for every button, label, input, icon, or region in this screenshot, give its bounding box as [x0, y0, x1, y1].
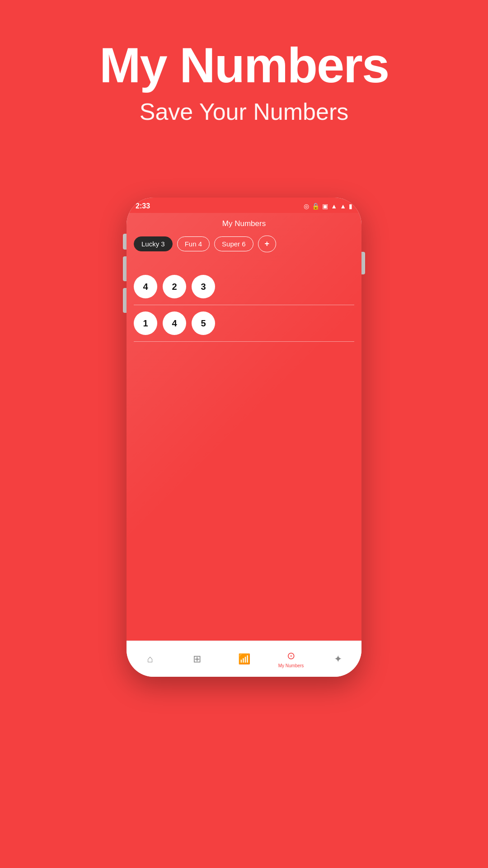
- tab-add-button[interactable]: +: [258, 236, 277, 252]
- number-ball: 3: [192, 275, 215, 298]
- nav-item-my-numbers[interactable]: ⊙ My Numbers: [267, 650, 314, 668]
- volume-button-down: [123, 288, 127, 313]
- volume-button-up: [123, 256, 127, 281]
- page-title: My Numbers: [99, 36, 389, 94]
- number-ball: 5: [192, 311, 215, 335]
- bottom-nav: ⌂ ⊞ 📶 ⊙ My Numbers ✦: [127, 641, 361, 677]
- phone-mockup: 2:33 ◎ 🔒 ▣ ▲ ▲ ▮ My Numbers Lucky 3 Fun …: [127, 161, 361, 677]
- nav-item-stats[interactable]: 📶: [221, 653, 267, 665]
- status-icons: ◎ 🔒 ▣ ▲ ▲ ▮: [304, 203, 352, 210]
- status-bar: 2:33 ◎ 🔒 ▣ ▲ ▲ ▮: [127, 198, 361, 213]
- phone-frame: 2:33 ◎ 🔒 ▣ ▲ ▲ ▮ My Numbers Lucky 3 Fun …: [127, 198, 361, 677]
- numbers-section: 4 2 3 1 4 5: [127, 255, 361, 342]
- location-icon: ◎: [304, 203, 309, 210]
- app-title-text: My Numbers: [222, 219, 266, 228]
- power-button: [361, 252, 365, 274]
- my-numbers-icon: ⊙: [287, 650, 295, 662]
- tabs-row: Lucky 3 Fun 4 Super 6 +: [127, 233, 361, 255]
- home-icon: ⌂: [147, 653, 153, 665]
- status-time: 2:33: [136, 202, 150, 210]
- battery-icon: ▮: [349, 203, 352, 210]
- lock-icon: 🔒: [312, 203, 319, 210]
- chart-icon: 📶: [238, 653, 250, 665]
- nav-item-home[interactable]: ⌂: [127, 653, 174, 665]
- nav-item-grid[interactable]: ⊞: [174, 653, 221, 665]
- tab-fun4[interactable]: Fun 4: [177, 236, 210, 251]
- cast-icon: ▣: [322, 203, 328, 210]
- tab-super6[interactable]: Super 6: [214, 236, 253, 251]
- app-title-bar: My Numbers: [127, 213, 361, 233]
- tab-lucky3[interactable]: Lucky 3: [134, 236, 173, 251]
- page-subtitle: Save Your Numbers: [140, 98, 349, 125]
- grid-icon: ⊞: [193, 653, 201, 665]
- number-ball: 1: [134, 311, 157, 335]
- volume-button-silent: [123, 234, 127, 250]
- number-ball: 4: [163, 311, 186, 335]
- number-row-2: 1 4 5: [134, 305, 354, 342]
- number-row-1: 4 2 3: [134, 269, 354, 305]
- phone-screen: My Numbers Lucky 3 Fun 4 Super 6 + 4 2 3…: [127, 213, 361, 641]
- number-ball: 4: [134, 275, 157, 298]
- my-numbers-label: My Numbers: [278, 663, 304, 668]
- nav-item-tools[interactable]: ✦: [314, 653, 361, 665]
- signal-icon: ▲: [340, 203, 346, 210]
- tools-icon: ✦: [334, 653, 342, 665]
- wifi-icon: ▲: [331, 203, 337, 210]
- number-ball: 2: [163, 275, 186, 298]
